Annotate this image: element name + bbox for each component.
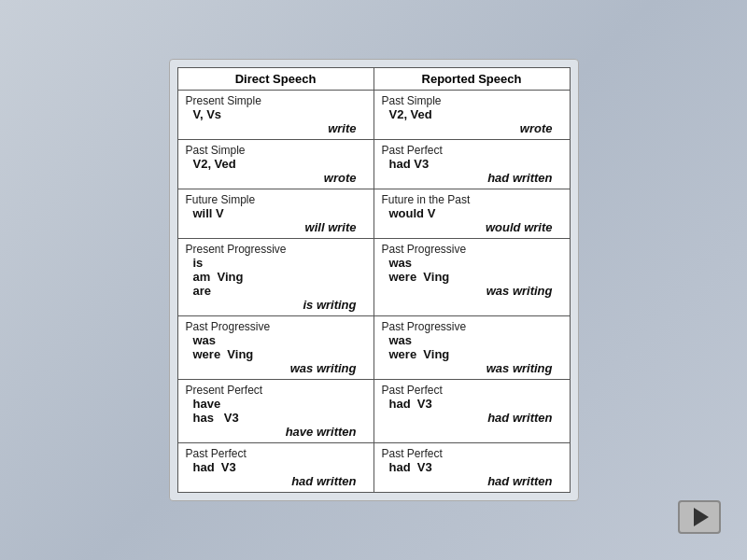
tense-example: had written xyxy=(382,474,553,488)
direct-cell-0: Present SimpleV, Vswrite xyxy=(177,91,374,140)
table-row: Future Simplewill Vwill writeFuture in t… xyxy=(177,189,570,239)
tense-example: wrote xyxy=(382,121,553,135)
direct-cell-5: Present Perfecthave has V3have written xyxy=(177,380,374,443)
tense-form: had V3 xyxy=(389,397,562,411)
tense-example: was writing xyxy=(382,284,553,298)
tense-label: Present Simple xyxy=(186,94,366,107)
tense-label: Past Perfect xyxy=(382,384,562,397)
tense-form: is am Ving are xyxy=(193,256,366,298)
table-row: Past SimpleV2, VedwrotePast Perfecthad V… xyxy=(177,140,570,189)
table-row: Present Perfecthave has V3have writtenPa… xyxy=(177,380,570,443)
tense-form: would V xyxy=(389,206,562,220)
direct-cell-2: Future Simplewill Vwill write xyxy=(177,189,374,239)
tense-form: was were Ving xyxy=(193,333,366,361)
tense-label: Present Progressive xyxy=(186,243,366,256)
header-reported-speech: Reported Speech xyxy=(374,68,570,91)
tense-example: write xyxy=(186,121,357,135)
tense-example: will write xyxy=(186,220,357,234)
reported-cell-5: Past Perfecthad V3had written xyxy=(374,380,570,443)
tense-form: have has V3 xyxy=(193,397,366,425)
tense-label: Past Simple xyxy=(382,94,562,107)
tense-example: have written xyxy=(186,425,357,439)
tense-example: had written xyxy=(382,171,553,185)
tense-label: Past Progressive xyxy=(382,243,562,256)
reported-cell-3: Past Progressivewas were Vingwas writing xyxy=(374,239,570,316)
tense-example: had written xyxy=(382,411,553,425)
tense-example: is writing xyxy=(186,298,357,312)
tense-label: Past Progressive xyxy=(382,320,562,333)
tense-label: Past Perfect xyxy=(186,447,366,460)
table-row: Present SimpleV, VswritePast SimpleV2, V… xyxy=(177,91,570,140)
tense-label: Past Perfect xyxy=(382,447,562,460)
table-row: Past Progressivewas were Vingwas writing… xyxy=(177,316,570,380)
reported-cell-6: Past Perfecthad V3had written xyxy=(374,443,570,493)
play-button[interactable] xyxy=(678,500,721,534)
tense-example: wrote xyxy=(186,171,357,185)
tense-label: Past Perfect xyxy=(382,144,562,157)
tense-example: was writing xyxy=(186,361,357,375)
reported-cell-0: Past SimpleV2, Vedwrote xyxy=(374,91,570,140)
tense-example: would write xyxy=(382,220,553,234)
tense-form: V2, Ved xyxy=(389,107,562,121)
tense-form: had V3 xyxy=(389,157,562,171)
reported-cell-1: Past Perfecthad V3had written xyxy=(374,140,570,189)
tense-form: was were Ving xyxy=(389,333,562,361)
table-row: Present Progressiveis am Ving areis writ… xyxy=(177,239,570,316)
grammar-table: Direct Speech Reported Speech Present Si… xyxy=(177,67,571,493)
tense-form: V, Vs xyxy=(193,107,366,121)
direct-cell-6: Past Perfecthad V3had written xyxy=(177,443,374,493)
table-row: Past Perfecthad V3had writtenPast Perfec… xyxy=(177,443,570,493)
table-container: Direct Speech Reported Speech Present Si… xyxy=(169,59,579,501)
play-button-container[interactable] xyxy=(678,500,721,534)
tense-label: Past Simple xyxy=(186,144,366,157)
tense-form: was were Ving xyxy=(389,256,562,284)
tense-form: will V xyxy=(193,206,366,220)
tense-form: had V3 xyxy=(193,460,366,474)
tense-form: had V3 xyxy=(389,460,562,474)
tense-label: Future in the Past xyxy=(382,193,562,206)
reported-cell-2: Future in the Pastwould Vwould write xyxy=(374,189,570,239)
direct-cell-4: Past Progressivewas were Vingwas writing xyxy=(177,316,374,380)
tense-example: had written xyxy=(186,474,357,488)
tense-example: was writing xyxy=(382,361,553,375)
direct-cell-3: Present Progressiveis am Ving areis writ… xyxy=(177,239,374,316)
tense-label: Future Simple xyxy=(186,193,366,206)
page-wrapper: Direct Speech Reported Speech Present Si… xyxy=(0,0,747,560)
tense-label: Past Progressive xyxy=(186,320,366,333)
tense-form: V2, Ved xyxy=(193,157,366,171)
tense-label: Present Perfect xyxy=(186,384,366,397)
direct-cell-1: Past SimpleV2, Vedwrote xyxy=(177,140,374,189)
header-direct-speech: Direct Speech xyxy=(177,68,374,91)
reported-cell-4: Past Progressivewas were Vingwas writing xyxy=(374,316,570,380)
